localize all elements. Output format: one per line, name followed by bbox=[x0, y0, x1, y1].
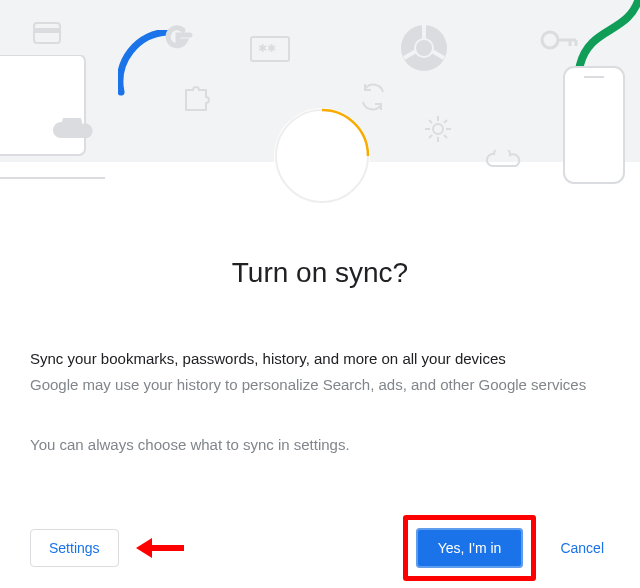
dialog-content: Turn on sync? Sync your bookmarks, passw… bbox=[0, 257, 640, 457]
annotation-highlight-box: Yes, I'm in bbox=[403, 515, 537, 581]
svg-line-21 bbox=[444, 120, 447, 123]
phone-icon bbox=[562, 65, 626, 185]
loading-spinner bbox=[274, 108, 370, 204]
svg-line-18 bbox=[429, 120, 432, 123]
svg-point-7 bbox=[542, 32, 558, 48]
dialog-title: Turn on sync? bbox=[30, 257, 610, 289]
dialog-note: You can always choose what to sync in se… bbox=[30, 433, 610, 457]
svg-line-19 bbox=[444, 135, 447, 138]
dialog-description-primary: Sync your bookmarks, passwords, history,… bbox=[30, 347, 610, 371]
svg-marker-26 bbox=[136, 538, 152, 558]
dialog-footer: Settings Yes, I'm in Cancel bbox=[0, 508, 640, 588]
puzzle-icon bbox=[180, 80, 212, 112]
cancel-button[interactable]: Cancel bbox=[554, 530, 610, 566]
password-icon: ✱✱ bbox=[250, 36, 290, 62]
svg-point-13 bbox=[433, 124, 443, 134]
svg-rect-11 bbox=[0, 55, 85, 155]
annotation-arrow-icon bbox=[134, 533, 186, 563]
google-g-icon bbox=[163, 23, 193, 53]
settings-button[interactable]: Settings bbox=[30, 529, 119, 567]
cloud-icon bbox=[52, 118, 96, 140]
svg-text:✱✱: ✱✱ bbox=[258, 42, 276, 54]
svg-rect-22 bbox=[564, 67, 624, 183]
card-icon bbox=[33, 22, 61, 44]
cloud-icon bbox=[486, 150, 526, 168]
dialog-description-secondary: Google may use your history to personali… bbox=[30, 373, 610, 397]
chrome-icon bbox=[399, 23, 449, 73]
svg-point-6 bbox=[416, 40, 432, 56]
hero-illustration: ✱✱ bbox=[0, 0, 640, 162]
gear-icon bbox=[423, 114, 453, 144]
svg-line-20 bbox=[429, 135, 432, 138]
confirm-button[interactable]: Yes, I'm in bbox=[416, 528, 524, 568]
svg-rect-1 bbox=[34, 28, 60, 33]
